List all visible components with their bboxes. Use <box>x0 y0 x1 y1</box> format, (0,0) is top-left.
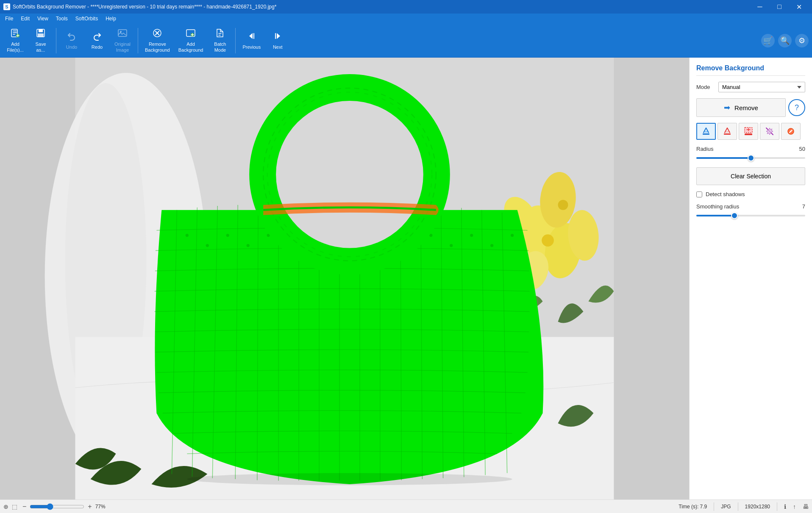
zoom-out-button[interactable]: − <box>21 503 28 510</box>
batch-mode-button[interactable]: BatchMode <box>208 26 232 55</box>
toolbar: AddFile(s)... Saveas... Undo Redo Origin… <box>0 24 812 58</box>
erase-brush-button[interactable] <box>717 123 737 140</box>
menu-item-file[interactable]: File <box>2 15 17 22</box>
detect-shadows-label[interactable]: Detect shadows <box>706 191 745 197</box>
svg-point-61 <box>276 101 423 248</box>
app-icon: S <box>3 3 10 10</box>
status-divider-1 <box>714 502 714 511</box>
statusbar-left: ⊕ ⬚ − + 77% <box>3 503 672 510</box>
info-icon[interactable]: ℹ <box>784 503 786 510</box>
svg-point-25 <box>558 200 568 210</box>
svg-marker-10 <box>249 33 253 39</box>
undo-label: Undo <box>66 44 77 50</box>
save-as-label: Saveas... <box>35 42 46 53</box>
toolbar-sep-2 <box>138 28 138 53</box>
svg-rect-3 <box>39 29 43 32</box>
detect-shadows-row: Detect shadows <box>696 191 805 197</box>
menu-item-tools[interactable]: Tools <box>53 15 71 22</box>
next-label: Next <box>273 44 283 50</box>
right-panel: Remove Background Mode Manual Auto Portr… <box>689 58 812 499</box>
undo-icon <box>67 31 77 43</box>
remove-button[interactable]: ➡ Remove <box>696 98 786 117</box>
save-as-button[interactable]: Saveas... <box>29 26 53 55</box>
previous-button[interactable]: Previous <box>239 26 264 55</box>
mode-select[interactable]: Manual Auto Portrait <box>718 82 805 92</box>
previous-icon <box>247 31 257 43</box>
batch-mode-icon <box>215 28 225 40</box>
smoothing-radius-track <box>696 215 805 216</box>
add-background-button[interactable]: AddBackground <box>175 26 207 55</box>
zoom-in-button[interactable]: + <box>86 503 93 510</box>
erase-select-button[interactable] <box>739 123 758 140</box>
svg-rect-69 <box>745 133 752 135</box>
smoothing-radius-label: Smoothing radius <box>696 203 739 210</box>
mode-label: Mode <box>696 84 713 90</box>
redo-button[interactable]: Redo <box>85 26 109 55</box>
status-divider-3 <box>777 502 777 511</box>
svg-point-44 <box>206 244 209 247</box>
statusbar: ⊕ ⬚ − + 77% Time (s): 7.9 JPG 1920x1280 … <box>0 499 812 513</box>
clear-selection-button[interactable]: Clear Selection <box>696 167 805 185</box>
original-image-button[interactable]: OriginalImage <box>111 26 134 55</box>
time-label: Time (s): 7.9 <box>679 504 707 510</box>
settings-icon[interactable]: ⚙ <box>795 34 809 47</box>
svg-rect-11 <box>253 33 254 39</box>
main-layout: Remove Background Mode Manual Auto Portr… <box>0 58 812 499</box>
svg-rect-4 <box>38 33 44 37</box>
remove-background-button[interactable]: RemoveBackground <box>142 26 173 55</box>
radius-section: Radius 50 <box>696 146 805 161</box>
status-divider-2 <box>738 502 738 511</box>
menu-item-softorbits[interactable]: SoftOrbits <box>72 15 101 22</box>
minimize-button[interactable]: ─ <box>750 0 770 14</box>
time-value: 7.9 <box>700 504 707 510</box>
svg-marker-12 <box>277 33 280 39</box>
svg-rect-68 <box>726 131 729 133</box>
remove-row: ➡ Remove ? <box>696 98 805 117</box>
add-background-icon <box>186 28 196 40</box>
zoom-value-label: 77% <box>95 504 112 510</box>
svg-point-24 <box>542 234 554 247</box>
tool-buttons-row <box>696 123 805 140</box>
share-icon[interactable]: ↑ <box>793 503 796 510</box>
erase-color-button[interactable] <box>781 123 801 140</box>
zoom-slider[interactable] <box>30 503 84 510</box>
radius-thumb <box>748 155 754 161</box>
menu-item-view[interactable]: View <box>34 15 52 22</box>
help-button[interactable]: ? <box>788 99 805 116</box>
menu-item-help[interactable]: Help <box>102 15 120 22</box>
close-button[interactable]: ✕ <box>789 0 809 14</box>
svg-rect-13 <box>275 33 276 39</box>
svg-point-46 <box>247 244 250 247</box>
titlebar-left: S SoftOrbits Background Remover - ****Un… <box>3 3 276 10</box>
menu-item-edit[interactable]: Edit <box>17 15 33 22</box>
undo-button[interactable]: Undo <box>60 26 83 55</box>
add-file-button[interactable]: AddFile(s)... <box>3 26 27 55</box>
svg-point-72 <box>790 130 792 132</box>
svg-point-57 <box>470 234 473 237</box>
toolbar-sep-1 <box>56 28 56 53</box>
mode-row: Mode Manual Auto Portrait <box>696 82 805 92</box>
smoothing-radius-value: 7 <box>802 203 805 210</box>
remove-background-icon <box>152 28 162 40</box>
remove-background-label: RemoveBackground <box>145 42 170 53</box>
smoothing-radius-fill <box>696 215 734 216</box>
search-icon[interactable]: 🔍 <box>778 34 792 47</box>
zoom-fit-icon[interactable]: ⊕ <box>3 503 8 510</box>
cart-icon[interactable]: 🛒 <box>761 34 775 47</box>
print-icon[interactable]: 🖶 <box>803 503 809 510</box>
keep-brush-button[interactable] <box>696 123 716 140</box>
previous-label: Previous <box>242 44 261 50</box>
detect-shadows-checkbox[interactable] <box>696 191 702 197</box>
svg-rect-65 <box>703 133 709 135</box>
svg-point-45 <box>226 234 229 237</box>
maximize-button[interactable]: □ <box>770 0 789 14</box>
dimensions-label: 1920x1280 <box>745 504 770 510</box>
smoothing-radius-header: Smoothing radius 7 <box>696 203 805 210</box>
magic-select-button[interactable] <box>760 123 779 140</box>
svg-rect-67 <box>724 133 731 135</box>
zoom-actual-icon[interactable]: ⬚ <box>12 503 17 510</box>
svg-point-59 <box>511 234 514 237</box>
next-button[interactable]: Next <box>266 26 289 55</box>
canvas-area[interactable] <box>0 58 689 499</box>
radius-fill <box>696 157 751 159</box>
